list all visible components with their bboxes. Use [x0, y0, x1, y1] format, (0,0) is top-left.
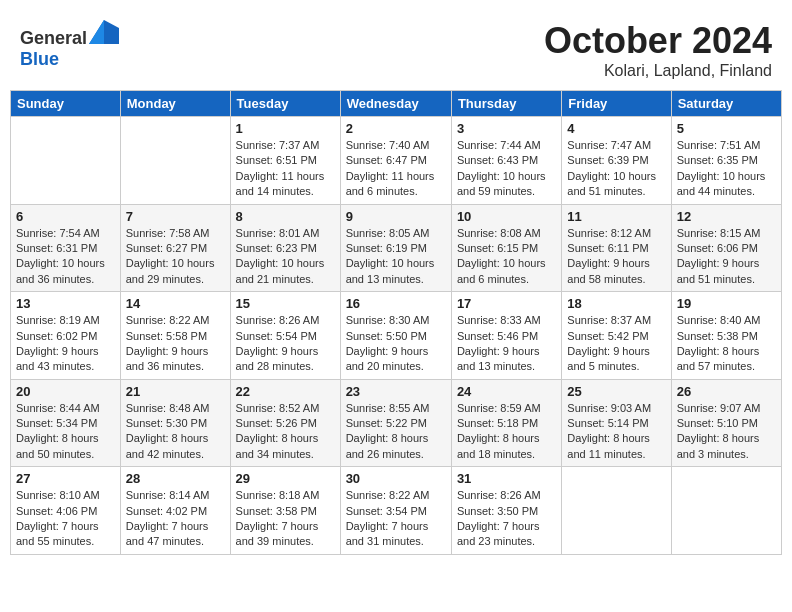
day-number: 27: [16, 471, 115, 486]
calendar-day-cell: 29Sunrise: 8:18 AM Sunset: 3:58 PM Dayli…: [230, 467, 340, 555]
day-detail: Sunrise: 7:58 AM Sunset: 6:27 PM Dayligh…: [126, 226, 225, 288]
calendar-day-cell: 31Sunrise: 8:26 AM Sunset: 3:50 PM Dayli…: [451, 467, 561, 555]
calendar-day-cell: 23Sunrise: 8:55 AM Sunset: 5:22 PM Dayli…: [340, 379, 451, 467]
calendar-day-cell: 25Sunrise: 9:03 AM Sunset: 5:14 PM Dayli…: [562, 379, 671, 467]
day-detail: Sunrise: 8:55 AM Sunset: 5:22 PM Dayligh…: [346, 401, 446, 463]
logo-blue-text: Blue: [20, 49, 59, 69]
day-number: 18: [567, 296, 665, 311]
day-detail: Sunrise: 8:40 AM Sunset: 5:38 PM Dayligh…: [677, 313, 776, 375]
day-detail: Sunrise: 8:22 AM Sunset: 5:58 PM Dayligh…: [126, 313, 225, 375]
day-number: 3: [457, 121, 556, 136]
calendar-day-cell: 26Sunrise: 9:07 AM Sunset: 5:10 PM Dayli…: [671, 379, 781, 467]
day-detail: Sunrise: 8:33 AM Sunset: 5:46 PM Dayligh…: [457, 313, 556, 375]
calendar-day-cell: 5Sunrise: 7:51 AM Sunset: 6:35 PM Daylig…: [671, 117, 781, 205]
calendar-body: 1Sunrise: 7:37 AM Sunset: 6:51 PM Daylig…: [11, 117, 782, 555]
day-detail: Sunrise: 8:12 AM Sunset: 6:11 PM Dayligh…: [567, 226, 665, 288]
day-detail: Sunrise: 8:14 AM Sunset: 4:02 PM Dayligh…: [126, 488, 225, 550]
day-detail: Sunrise: 8:01 AM Sunset: 6:23 PM Dayligh…: [236, 226, 335, 288]
calendar-day-cell: 10Sunrise: 8:08 AM Sunset: 6:15 PM Dayli…: [451, 204, 561, 292]
day-number: 22: [236, 384, 335, 399]
day-detail: Sunrise: 7:54 AM Sunset: 6:31 PM Dayligh…: [16, 226, 115, 288]
day-number: 9: [346, 209, 446, 224]
calendar-day-cell: 14Sunrise: 8:22 AM Sunset: 5:58 PM Dayli…: [120, 292, 230, 380]
calendar-day-cell: 2Sunrise: 7:40 AM Sunset: 6:47 PM Daylig…: [340, 117, 451, 205]
calendar-day-cell: 16Sunrise: 8:30 AM Sunset: 5:50 PM Dayli…: [340, 292, 451, 380]
day-detail: Sunrise: 8:26 AM Sunset: 3:50 PM Dayligh…: [457, 488, 556, 550]
day-detail: Sunrise: 8:59 AM Sunset: 5:18 PM Dayligh…: [457, 401, 556, 463]
calendar-day-cell: [120, 117, 230, 205]
day-number: 19: [677, 296, 776, 311]
location-title: Kolari, Lapland, Finland: [544, 62, 772, 80]
day-number: 15: [236, 296, 335, 311]
calendar-day-cell: 3Sunrise: 7:44 AM Sunset: 6:43 PM Daylig…: [451, 117, 561, 205]
day-number: 20: [16, 384, 115, 399]
day-number: 17: [457, 296, 556, 311]
day-detail: Sunrise: 8:44 AM Sunset: 5:34 PM Dayligh…: [16, 401, 115, 463]
calendar-day-cell: 4Sunrise: 7:47 AM Sunset: 6:39 PM Daylig…: [562, 117, 671, 205]
day-number: 1: [236, 121, 335, 136]
title-area: October 2024 Kolari, Lapland, Finland: [544, 20, 772, 80]
day-detail: Sunrise: 8:26 AM Sunset: 5:54 PM Dayligh…: [236, 313, 335, 375]
weekday-header-cell: Friday: [562, 91, 671, 117]
calendar-day-cell: [671, 467, 781, 555]
calendar-day-cell: 21Sunrise: 8:48 AM Sunset: 5:30 PM Dayli…: [120, 379, 230, 467]
day-detail: Sunrise: 7:47 AM Sunset: 6:39 PM Dayligh…: [567, 138, 665, 200]
logo-general-text: General: [20, 28, 87, 48]
calendar-day-cell: 11Sunrise: 8:12 AM Sunset: 6:11 PM Dayli…: [562, 204, 671, 292]
day-number: 6: [16, 209, 115, 224]
day-number: 2: [346, 121, 446, 136]
calendar-week-row: 27Sunrise: 8:10 AM Sunset: 4:06 PM Dayli…: [11, 467, 782, 555]
header: General Blue October 2024 Kolari, Laplan…: [10, 10, 782, 85]
day-number: 29: [236, 471, 335, 486]
calendar-week-row: 6Sunrise: 7:54 AM Sunset: 6:31 PM Daylig…: [11, 204, 782, 292]
calendar-day-cell: 24Sunrise: 8:59 AM Sunset: 5:18 PM Dayli…: [451, 379, 561, 467]
day-detail: Sunrise: 8:10 AM Sunset: 4:06 PM Dayligh…: [16, 488, 115, 550]
calendar-day-cell: [562, 467, 671, 555]
calendar-week-row: 1Sunrise: 7:37 AM Sunset: 6:51 PM Daylig…: [11, 117, 782, 205]
weekday-header-row: SundayMondayTuesdayWednesdayThursdayFrid…: [11, 91, 782, 117]
logo: General Blue: [20, 20, 119, 70]
day-detail: Sunrise: 8:48 AM Sunset: 5:30 PM Dayligh…: [126, 401, 225, 463]
day-number: 21: [126, 384, 225, 399]
day-number: 7: [126, 209, 225, 224]
day-number: 25: [567, 384, 665, 399]
day-number: 11: [567, 209, 665, 224]
calendar-week-row: 13Sunrise: 8:19 AM Sunset: 6:02 PM Dayli…: [11, 292, 782, 380]
calendar-day-cell: 13Sunrise: 8:19 AM Sunset: 6:02 PM Dayli…: [11, 292, 121, 380]
day-number: 30: [346, 471, 446, 486]
calendar-day-cell: 9Sunrise: 8:05 AM Sunset: 6:19 PM Daylig…: [340, 204, 451, 292]
day-detail: Sunrise: 7:40 AM Sunset: 6:47 PM Dayligh…: [346, 138, 446, 200]
calendar-table: SundayMondayTuesdayWednesdayThursdayFrid…: [10, 90, 782, 555]
day-detail: Sunrise: 8:30 AM Sunset: 5:50 PM Dayligh…: [346, 313, 446, 375]
calendar-day-cell: 12Sunrise: 8:15 AM Sunset: 6:06 PM Dayli…: [671, 204, 781, 292]
day-detail: Sunrise: 8:05 AM Sunset: 6:19 PM Dayligh…: [346, 226, 446, 288]
day-detail: Sunrise: 8:22 AM Sunset: 3:54 PM Dayligh…: [346, 488, 446, 550]
weekday-header-cell: Tuesday: [230, 91, 340, 117]
calendar-day-cell: 18Sunrise: 8:37 AM Sunset: 5:42 PM Dayli…: [562, 292, 671, 380]
day-number: 4: [567, 121, 665, 136]
day-number: 23: [346, 384, 446, 399]
svg-marker-1: [89, 20, 104, 44]
day-number: 10: [457, 209, 556, 224]
calendar-day-cell: 8Sunrise: 8:01 AM Sunset: 6:23 PM Daylig…: [230, 204, 340, 292]
calendar-day-cell: 1Sunrise: 7:37 AM Sunset: 6:51 PM Daylig…: [230, 117, 340, 205]
day-number: 5: [677, 121, 776, 136]
calendar-day-cell: 17Sunrise: 8:33 AM Sunset: 5:46 PM Dayli…: [451, 292, 561, 380]
calendar-day-cell: 28Sunrise: 8:14 AM Sunset: 4:02 PM Dayli…: [120, 467, 230, 555]
day-detail: Sunrise: 8:37 AM Sunset: 5:42 PM Dayligh…: [567, 313, 665, 375]
day-detail: Sunrise: 7:37 AM Sunset: 6:51 PM Dayligh…: [236, 138, 335, 200]
calendar-day-cell: 15Sunrise: 8:26 AM Sunset: 5:54 PM Dayli…: [230, 292, 340, 380]
day-detail: Sunrise: 8:15 AM Sunset: 6:06 PM Dayligh…: [677, 226, 776, 288]
day-detail: Sunrise: 8:08 AM Sunset: 6:15 PM Dayligh…: [457, 226, 556, 288]
day-number: 8: [236, 209, 335, 224]
day-number: 13: [16, 296, 115, 311]
calendar-day-cell: 6Sunrise: 7:54 AM Sunset: 6:31 PM Daylig…: [11, 204, 121, 292]
day-detail: Sunrise: 8:18 AM Sunset: 3:58 PM Dayligh…: [236, 488, 335, 550]
day-detail: Sunrise: 8:19 AM Sunset: 6:02 PM Dayligh…: [16, 313, 115, 375]
weekday-header-cell: Monday: [120, 91, 230, 117]
calendar-day-cell: 19Sunrise: 8:40 AM Sunset: 5:38 PM Dayli…: [671, 292, 781, 380]
day-detail: Sunrise: 7:44 AM Sunset: 6:43 PM Dayligh…: [457, 138, 556, 200]
weekday-header-cell: Saturday: [671, 91, 781, 117]
day-detail: Sunrise: 8:52 AM Sunset: 5:26 PM Dayligh…: [236, 401, 335, 463]
day-number: 12: [677, 209, 776, 224]
